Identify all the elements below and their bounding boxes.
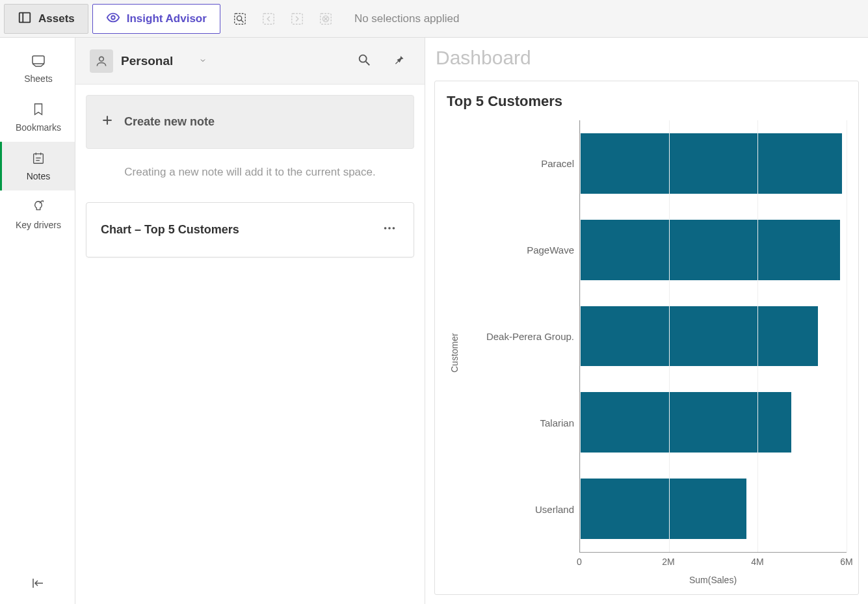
bar[interactable]: [580, 133, 842, 194]
note-card-menu-button[interactable]: [380, 218, 399, 241]
panel-icon: [18, 10, 32, 28]
rail-label: Sheets: [24, 73, 53, 84]
svg-rect-6: [263, 13, 274, 24]
x-tick-label: 6M: [840, 557, 852, 567]
svg-rect-0: [20, 12, 31, 22]
assets-label: Assets: [38, 12, 75, 25]
rail-item-sheets[interactable]: Sheets: [0, 43, 75, 93]
svg-point-19: [99, 57, 104, 61]
search-icon: [357, 53, 371, 67]
bar-row: [580, 133, 847, 194]
step-back-icon: [256, 6, 282, 32]
bookmark-icon: [31, 102, 46, 118]
insight-label: Insight Advisor: [127, 12, 207, 25]
selection-tools: [222, 0, 344, 37]
chart-card[interactable]: Top 5 Customers Customer ParacelPageWave…: [434, 81, 859, 595]
rail-label: Notes: [27, 171, 51, 181]
pin-button[interactable]: [388, 49, 409, 73]
smart-search-icon[interactable]: [227, 6, 253, 32]
clear-selections-icon: [313, 6, 339, 32]
y-axis-label: Customer: [447, 120, 462, 585]
person-icon: [90, 49, 113, 73]
bar-row: [580, 220, 847, 280]
bar[interactable]: [580, 479, 746, 539]
x-tick-label: 2M: [662, 557, 674, 567]
left-rail: Sheets Bookmarks Notes Key drivers: [0, 38, 75, 604]
category-label: Deak-Perera Group.: [486, 293, 574, 380]
sheets-icon: [31, 52, 46, 70]
dashboard-area: Dashboard Top 5 Customers Customer Parac…: [425, 38, 868, 604]
key-drivers-icon: [31, 200, 46, 216]
notes-panel: Personal Create new note: [75, 38, 425, 604]
create-note-label: Create new note: [124, 115, 215, 129]
step-forward-icon: [284, 6, 310, 32]
category-label: Paracel: [541, 120, 574, 207]
svg-line-5: [241, 20, 244, 22]
x-axis-label: Sum(Sales): [689, 575, 737, 585]
notes-header: Personal: [75, 38, 425, 85]
category-label: Userland: [535, 466, 574, 553]
insight-advisor-button[interactable]: Insight Advisor: [92, 4, 220, 34]
create-note-button[interactable]: Create new note: [86, 95, 414, 149]
note-card-title: Chart – Top 5 Customers: [101, 223, 239, 237]
rail-label: Key drivers: [16, 220, 61, 230]
notes-icon: [31, 151, 46, 167]
collapse-icon: [30, 575, 46, 591]
plus-icon: [101, 114, 114, 130]
category-label: Talarian: [540, 380, 574, 466]
rail-item-notes[interactable]: Notes: [0, 142, 75, 190]
x-tick-label: 4M: [751, 557, 763, 567]
bar-row: [580, 306, 847, 367]
no-selections-text: No selections applied: [344, 0, 470, 37]
bar[interactable]: [580, 392, 791, 453]
svg-point-20: [360, 55, 367, 62]
bar-row: [580, 392, 847, 453]
chevron-down-icon: [199, 55, 207, 67]
svg-line-21: [366, 61, 370, 65]
bar[interactable]: [580, 220, 840, 280]
svg-point-24: [384, 227, 387, 230]
assets-button[interactable]: Assets: [4, 4, 88, 34]
bar[interactable]: [580, 306, 818, 367]
svg-point-4: [237, 16, 241, 20]
svg-point-26: [393, 227, 395, 230]
rail-item-key-drivers[interactable]: Key drivers: [0, 190, 75, 239]
category-label: PageWave: [527, 207, 574, 293]
search-notes-button[interactable]: [353, 49, 375, 73]
more-icon: [382, 221, 397, 235]
gridline: [757, 120, 758, 552]
bar-row: [580, 479, 847, 539]
top-toolbar: Assets Insight Advisor No selections app…: [0, 0, 868, 38]
gridline: [580, 120, 581, 552]
svg-rect-3: [235, 13, 246, 24]
rail-item-bookmarks[interactable]: Bookmarks: [0, 93, 75, 142]
rail-label: Bookmarks: [16, 122, 61, 133]
svg-rect-12: [33, 56, 44, 64]
note-card[interactable]: Chart – Top 5 Customers: [86, 202, 414, 257]
scope-label: Personal: [121, 54, 173, 68]
dashboard-title: Dashboard: [425, 38, 868, 74]
collapse-rail-button[interactable]: [0, 575, 75, 591]
scope-dropdown[interactable]: Personal: [83, 46, 213, 77]
svg-rect-13: [34, 154, 44, 164]
note-hint: Creating a new note will add it to the c…: [86, 149, 414, 202]
pin-icon: [392, 53, 405, 66]
gridline: [847, 120, 847, 552]
svg-point-25: [388, 227, 391, 230]
gridline: [669, 120, 670, 552]
insight-icon: [106, 10, 120, 28]
svg-rect-7: [292, 13, 303, 24]
svg-point-2: [111, 16, 115, 20]
chart-title: Top 5 Customers: [447, 93, 847, 110]
x-tick-label: 0: [577, 557, 582, 567]
